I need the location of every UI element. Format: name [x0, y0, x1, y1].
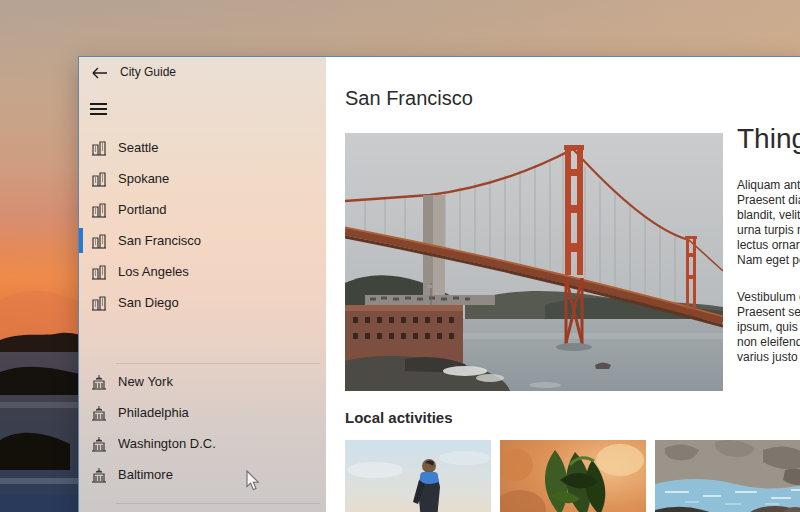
sidebar-item-san-francisco[interactable]: San Francisco	[79, 225, 326, 256]
city-buildings-icon	[91, 140, 107, 156]
city-buildings-icon	[91, 295, 107, 311]
things-paragraph-2: Vestibulum e Praesent sem ipsum, quis n …	[737, 290, 800, 365]
local-activities-heading: Local activities	[345, 409, 453, 426]
activity-thumb-surfing[interactable]	[345, 440, 491, 512]
golden-gate-bridge-photo	[345, 133, 723, 391]
surfer-photo	[345, 440, 491, 512]
screen: { "window": { "title": "City Guide", "ba…	[0, 0, 800, 512]
sidebar-item-label: Washington D.C.	[118, 436, 216, 451]
back-arrow-icon	[92, 67, 108, 79]
back-button[interactable]	[87, 61, 113, 85]
city-buildings-icon	[91, 171, 107, 187]
sidebar-item-label: New York	[118, 374, 173, 389]
city-nav-list: Seattle Spokane Portland	[79, 132, 326, 504]
mouse-cursor	[246, 470, 260, 491]
sidebar-item-label: Los Angeles	[118, 264, 189, 279]
app-title: City Guide	[120, 65, 176, 79]
sidebar-item-san-diego[interactable]: San Diego	[79, 287, 326, 318]
sidebar-separator	[116, 363, 320, 364]
sidebar-item-label: San Diego	[118, 295, 179, 310]
city-guide-window: City Guide Seattle Spokane	[78, 56, 800, 512]
page-title: San Francisco	[345, 87, 473, 110]
hamburger-menu-button[interactable]	[87, 95, 119, 123]
sidebar-item-label: Portland	[118, 202, 166, 217]
activity-thumb-seals[interactable]	[655, 440, 800, 512]
main-content: San Francisco	[326, 57, 800, 512]
city-buildings-icon	[91, 233, 107, 249]
nav-group-gap	[79, 318, 326, 366]
section-heading: Things to do	[737, 123, 800, 155]
capitol-building-icon	[91, 374, 107, 390]
activity-thumb-food[interactable]	[500, 440, 646, 512]
sidebar-item-philadelphia[interactable]: Philadelphia	[79, 397, 326, 428]
sidebar-item-label: Philadelphia	[118, 405, 189, 420]
food-photo	[500, 440, 646, 512]
sidebar-item-label: Baltimore	[118, 467, 173, 482]
sidebar-item-washington-dc[interactable]: Washington D.C.	[79, 428, 326, 459]
things-paragraph-1: Aliquam ante Praesent diam blandit, veli…	[737, 178, 800, 268]
sidebar-item-los-angeles[interactable]: Los Angeles	[79, 256, 326, 287]
window-titlebar[interactable]: City Guide	[79, 57, 326, 89]
hero-image	[345, 133, 723, 391]
capitol-building-icon	[91, 405, 107, 421]
sidebar-item-portland[interactable]: Portland	[79, 194, 326, 225]
sidebar-item-seattle[interactable]: Seattle	[79, 132, 326, 163]
selected-item-indicator	[79, 228, 83, 253]
sidebar-item-spokane[interactable]: Spokane	[79, 163, 326, 194]
sidebar-item-new-york[interactable]: New York	[79, 366, 326, 397]
sidebar-item-label: Seattle	[118, 140, 158, 155]
sidebar-separator	[116, 503, 320, 504]
local-activities-row	[345, 440, 800, 512]
capitol-building-icon	[91, 436, 107, 452]
sidebar-item-label: Spokane	[118, 171, 169, 186]
capitol-building-icon	[91, 467, 107, 483]
navigation-pane: City Guide Seattle Spokane	[79, 57, 326, 512]
sidebar-item-label: San Francisco	[118, 233, 201, 248]
seals-on-rocks-photo	[655, 440, 800, 512]
city-buildings-icon	[91, 202, 107, 218]
sidebar-item-baltimore[interactable]: Baltimore	[79, 459, 326, 490]
city-buildings-icon	[91, 264, 107, 280]
